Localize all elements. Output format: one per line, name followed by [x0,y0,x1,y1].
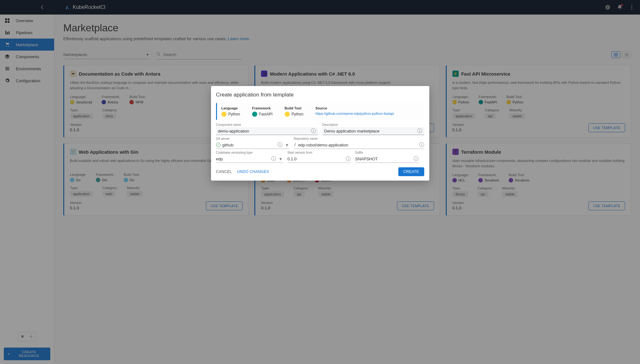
undo-changes-button[interactable]: UNDO CHANGES [237,170,269,174]
info-icon[interactable]: ⓘ [413,156,419,161]
info-icon[interactable]: ⓘ [311,128,316,133]
start-version-input[interactable] [288,157,344,161]
fastapi-icon [252,112,257,117]
slash-prefix: / [294,142,296,147]
info-icon[interactable]: ⓘ [277,142,283,147]
info-icon[interactable]: ⓘ [419,142,424,147]
info-framework-label: Framework [252,106,273,110]
modal-title: Create application from template [216,92,424,98]
repo-name-input[interactable] [298,143,417,147]
info-language-label: Language [221,106,240,110]
suffix-input[interactable] [355,157,412,161]
create-button[interactable]: CREATE [398,167,424,176]
check-icon: ✓ [216,143,221,147]
versioning-input[interactable] [216,157,269,161]
info-icon[interactable]: ⓘ [271,156,276,161]
modal-overlay[interactable]: Create application from template Languag… [0,0,640,364]
source-link[interactable]: https://github.com/epmd-edp/python-pytho… [315,112,394,115]
versioning-label: Codebase versioning type [216,151,283,154]
info-buildtool-label: Build Tool [285,106,303,110]
create-application-modal: Create application from template Languag… [211,86,429,181]
repo-name-label: Repository name [294,137,424,140]
info-source-label: Source [315,106,394,110]
template-info-panel: Language Python Framework FastAPI Build … [216,103,424,120]
cancel-button[interactable]: CANCEL [216,170,232,174]
component-name-input[interactable] [218,129,309,133]
suffix-label: Suffix [355,151,419,154]
info-icon[interactable]: ⓘ [417,128,422,133]
git-server-input[interactable] [222,143,276,147]
start-version-label: Start version from [288,151,351,154]
python-icon [221,112,227,117]
chevron-down-icon[interactable]: ▾ [284,142,289,147]
info-icon[interactable]: ⓘ [346,156,351,161]
component-name-label: Component name [216,123,318,126]
description-input[interactable] [324,129,415,133]
description-label: Description [322,123,424,126]
python-icon [285,112,290,117]
chevron-down-icon[interactable]: ▾ [278,156,283,161]
git-server-label: Git server [216,137,289,140]
